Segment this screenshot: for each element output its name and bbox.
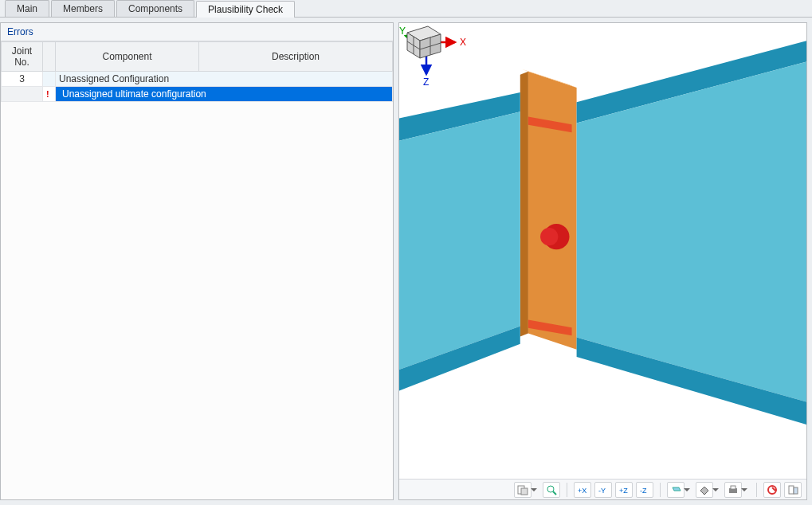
cell-icon: ! [43, 87, 56, 102]
main-split: Errors Joint No. Component Description 3 [0, 18, 812, 505]
table-row[interactable]: ! Unassigned ultimate configuration [2, 87, 393, 102]
end-plate-side [520, 72, 528, 337]
axis-x-label: X [460, 37, 466, 48]
svg-rect-11 [521, 488, 528, 495]
grid-empty-area [1, 102, 393, 499]
svg-text:-Y: -Y [598, 487, 606, 495]
svg-point-12 [547, 486, 554, 492]
separator [756, 483, 757, 497]
svg-rect-24 [789, 486, 794, 494]
left-beam-web [399, 112, 520, 370]
col-icon[interactable] [43, 42, 56, 72]
view-neg-z-button[interactable]: -Z [636, 482, 653, 498]
svg-line-13 [553, 491, 556, 495]
errors-panel: Errors Joint No. Component Description 3 [0, 22, 394, 500]
zoom-extents-button[interactable] [543, 482, 560, 498]
view-x-button[interactable]: +X [574, 482, 591, 498]
col-description[interactable]: Description [199, 42, 393, 72]
close-button[interactable] [784, 482, 802, 498]
cell-text: Unassigned Configuration [56, 72, 393, 87]
axis-z-label: Z [423, 76, 429, 87]
tab-members[interactable]: Members [51, 0, 115, 17]
col-joint[interactable]: Joint No. [2, 42, 43, 72]
options-button[interactable] [514, 482, 532, 498]
print-button[interactable] [724, 482, 742, 498]
viewport-3d[interactable]: X Y Z [399, 23, 806, 479]
render-mode-button[interactable] [667, 482, 685, 498]
cell-text: Unassigned ultimate configuration [56, 87, 393, 102]
cell-joint [2, 87, 43, 102]
cell-icon [43, 72, 56, 87]
view-neg-y-button[interactable]: -Y [594, 482, 612, 498]
display-mode-button[interactable] [696, 482, 713, 498]
separator [660, 483, 661, 497]
svg-text:-Z: -Z [640, 487, 647, 495]
svg-rect-25 [794, 487, 798, 494]
svg-marker-19 [700, 487, 708, 495]
svg-text:+X: +X [578, 487, 586, 495]
tabbar: Main Members Components Plausibility Che… [0, 0, 812, 18]
warning-icon: ! [46, 89, 49, 99]
nav-cube[interactable] [399, 23, 444, 61]
table-row[interactable]: 3 Unassigned Configuration [2, 72, 393, 87]
view-z-button[interactable]: +Z [615, 482, 633, 498]
tab-components[interactable]: Components [116, 0, 194, 17]
tab-main[interactable]: Main [5, 0, 49, 17]
cell-joint: 3 [2, 72, 43, 87]
bolt-cap [540, 228, 558, 245]
view-toolbar: +X -Y +Z -Z [399, 479, 806, 499]
svg-rect-21 [731, 486, 736, 489]
col-component[interactable]: Component [56, 42, 199, 72]
errors-grid[interactable]: Joint No. Component Description 3 Unassi… [1, 41, 393, 102]
svg-marker-18 [673, 487, 681, 491]
labels-button[interactable] [763, 482, 781, 498]
svg-text:+Z: +Z [619, 487, 628, 495]
end-plate-face [528, 72, 577, 350]
tab-plausibility-check[interactable]: Plausibility Check [196, 1, 295, 18]
panel-header: Errors [1, 23, 393, 41]
separator [567, 483, 567, 497]
viewport-panel: X Y Z [398, 22, 807, 500]
